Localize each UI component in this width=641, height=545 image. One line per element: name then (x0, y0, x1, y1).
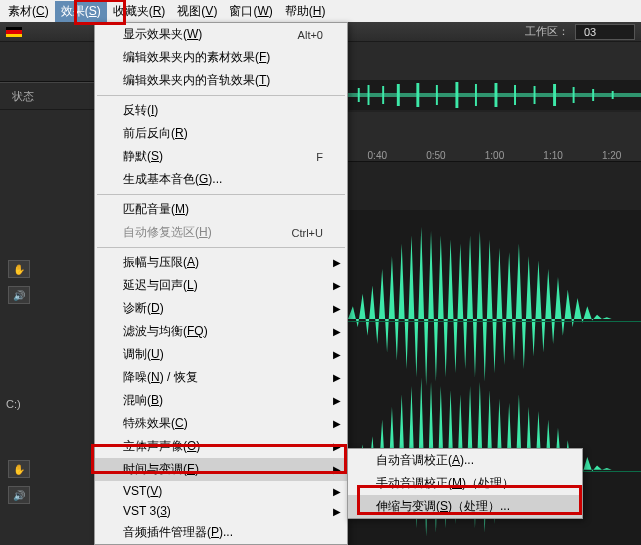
effects-menu-item[interactable]: 延迟与回声(L)▶ (95, 274, 347, 297)
submenu-arrow-icon: ▶ (333, 418, 341, 429)
menu-item-label: 音频插件管理器(P)... (123, 524, 233, 541)
effects-menu-item[interactable]: 时间与变调(E)▶ (95, 458, 347, 481)
track-label: C:) (6, 398, 21, 410)
effects-menu-item[interactable]: 特殊效果(C)▶ (95, 412, 347, 435)
time-pitch-item[interactable]: 自动音调校正(A)... (348, 449, 582, 472)
menu-item-label: 混响(B) (123, 392, 163, 409)
menu-item-label: 延迟与回声(L) (123, 277, 198, 294)
menu-favorites[interactable]: 收藏夹(R) (107, 1, 172, 22)
submenu-arrow-icon: ▶ (333, 326, 341, 337)
menu-item-label: 时间与变调(E) (123, 461, 199, 478)
menu-item-label: VST 3(3) (123, 504, 171, 518)
effects-menu-item[interactable]: 生成基本音色(G)... (95, 168, 347, 191)
waveform-overview[interactable] (348, 80, 641, 110)
effects-menu-item[interactable]: 混响(B)▶ (95, 389, 347, 412)
menu-item-label: 生成基本音色(G)... (123, 171, 222, 188)
menu-item-label: VST(V) (123, 484, 162, 498)
effects-menu-item[interactable]: 编辑效果夹内的音轨效果(T) (95, 69, 347, 92)
effects-menu-dropdown: 显示效果夹(W)Alt+0编辑效果夹内的素材效果(F)编辑效果夹内的音轨效果(T… (94, 22, 348, 545)
flag-icon (6, 27, 22, 37)
menu-item-label: 调制(U) (123, 346, 164, 363)
menu-item-label: 手动音调校正(M)（处理）... (376, 475, 524, 492)
effects-menu-item[interactable]: VST(V)▶ (95, 481, 347, 501)
hand-tool-icon-2[interactable]: ✋ (8, 460, 30, 478)
ruler-tick: 1:00 (485, 150, 504, 161)
menu-window[interactable]: 窗口(W) (223, 1, 278, 22)
time-ruler[interactable]: 0:40 0:50 1:00 1:10 1:20 (348, 112, 641, 162)
svg-rect-11 (534, 86, 536, 104)
svg-rect-4 (397, 84, 400, 106)
submenu-arrow-icon: ▶ (333, 395, 341, 406)
effects-menu-item[interactable]: 降噪(N) / 恢复▶ (95, 366, 347, 389)
effects-menu-item[interactable]: 音频插件管理器(P)... (95, 521, 347, 544)
workspace-label: 工作区： (525, 24, 569, 39)
menu-item-label: 编辑效果夹内的素材效果(F) (123, 49, 270, 66)
menu-item-label: 诊断(D) (123, 300, 164, 317)
svg-rect-12 (553, 84, 556, 106)
menu-shortcut: Ctrl+U (292, 227, 323, 239)
svg-rect-14 (592, 89, 594, 101)
ruler-tick: 1:10 (543, 150, 562, 161)
menu-item-label: 伸缩与变调(S)（处理）... (376, 498, 510, 515)
svg-rect-13 (573, 87, 575, 103)
time-pitch-submenu: 自动音调校正(A)...手动音调校正(M)（处理）...伸缩与变调(S)（处理）… (347, 448, 583, 519)
svg-rect-1 (358, 88, 360, 102)
menu-item-label: 滤波与均衡(FQ) (123, 323, 208, 340)
effects-menu-item[interactable]: 振幅与压限(A)▶ (95, 251, 347, 274)
menu-item-label: 显示效果夹(W) (123, 26, 202, 43)
menu-item-label: 自动修复选区(H) (123, 224, 212, 241)
submenu-arrow-icon: ▶ (333, 464, 341, 475)
effects-menu-item[interactable]: 反转(I) (95, 99, 347, 122)
effects-menu-item[interactable]: 前后反向(R) (95, 122, 347, 145)
time-pitch-item[interactable]: 伸缩与变调(S)（处理）... (348, 495, 582, 518)
track-controls: ✋ 🔊 (8, 260, 30, 304)
menu-item-label: 匹配音量(M) (123, 201, 189, 218)
svg-rect-7 (455, 82, 458, 108)
menu-item-label: 特殊效果(C) (123, 415, 188, 432)
effects-menu-item: 自动修复选区(H)Ctrl+U (95, 221, 347, 244)
menu-item-label: 降噪(N) / 恢复 (123, 369, 198, 386)
svg-rect-5 (416, 83, 419, 107)
menu-item-label: 振幅与压限(A) (123, 254, 199, 271)
menu-material[interactable]: 素材(C) (2, 1, 55, 22)
speaker-icon-2[interactable]: 🔊 (8, 486, 30, 504)
menu-item-label: 立体声声像(O) (123, 438, 200, 455)
effects-menu-item[interactable]: 显示效果夹(W)Alt+0 (95, 23, 347, 46)
ruler-tick: 1:20 (602, 150, 621, 161)
menubar: 素材(C) 效果(S) 收藏夹(R) 视图(V) 窗口(W) 帮助(H) (0, 0, 641, 22)
submenu-arrow-icon: ▶ (333, 280, 341, 291)
effects-menu-item[interactable]: 立体声声像(O)▶ (95, 435, 347, 458)
time-pitch-item[interactable]: 手动音调校正(M)（处理）... (348, 472, 582, 495)
submenu-arrow-icon: ▶ (333, 486, 341, 497)
effects-menu-item[interactable]: 滤波与均衡(FQ)▶ (95, 320, 347, 343)
menu-effects[interactable]: 效果(S) (55, 1, 107, 22)
svg-rect-9 (495, 83, 498, 107)
effects-menu-item[interactable]: 编辑效果夹内的素材效果(F) (95, 46, 347, 69)
svg-rect-3 (382, 86, 384, 104)
menu-view[interactable]: 视图(V) (171, 1, 223, 22)
hand-tool-icon[interactable]: ✋ (8, 260, 30, 278)
effects-menu-item[interactable]: VST 3(3)▶ (95, 501, 347, 521)
menu-item-label: 编辑效果夹内的音轨效果(T) (123, 72, 270, 89)
menu-help[interactable]: 帮助(H) (279, 1, 332, 22)
menu-item-label: 前后反向(R) (123, 125, 188, 142)
submenu-arrow-icon: ▶ (333, 303, 341, 314)
submenu-arrow-icon: ▶ (333, 349, 341, 360)
workspace-dropdown[interactable]: 03 (575, 24, 635, 40)
menu-item-label: 自动音调校正(A)... (376, 452, 474, 469)
speaker-icon[interactable]: 🔊 (8, 286, 30, 304)
effects-menu-item[interactable]: 调制(U)▶ (95, 343, 347, 366)
menu-shortcut: Alt+0 (298, 29, 323, 41)
effects-menu-item[interactable]: 诊断(D)▶ (95, 297, 347, 320)
menu-item-label: 反转(I) (123, 102, 158, 119)
effects-menu-item[interactable]: 静默(S)F (95, 145, 347, 168)
svg-rect-8 (475, 84, 477, 106)
submenu-arrow-icon: ▶ (333, 257, 341, 268)
ruler-tick: 0:50 (426, 150, 445, 161)
ruler-tick: 0:40 (368, 150, 387, 161)
svg-rect-6 (436, 85, 438, 105)
svg-rect-10 (514, 85, 516, 105)
menu-item-label: 静默(S) (123, 148, 163, 165)
submenu-arrow-icon: ▶ (333, 441, 341, 452)
effects-menu-item[interactable]: 匹配音量(M) (95, 198, 347, 221)
